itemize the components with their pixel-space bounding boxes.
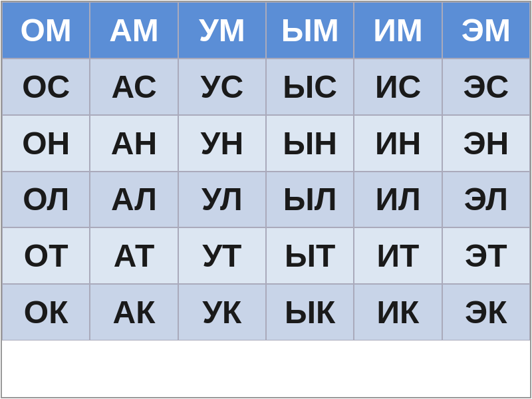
cell-row0-col3: ЫС [266, 59, 354, 115]
cell-row1-col0: ОН [2, 115, 90, 172]
cell-row1-col5: ЭН [442, 115, 530, 172]
cell-row0-col5: ЭС [442, 59, 530, 115]
cell-row2-col1: АЛ [90, 172, 178, 228]
cell-row3-col0: ОТ [2, 227, 90, 284]
cell-row4-col5: ЭК [442, 284, 530, 340]
cell-row2-col4: ИЛ [354, 172, 442, 228]
header-cell-5: ЭМ [442, 2, 530, 59]
cell-row0-col2: УС [178, 59, 266, 115]
header-cell-3: ЫМ [266, 2, 354, 59]
cell-row1-col2: УН [178, 115, 266, 172]
cell-row2-col3: ЫЛ [266, 172, 354, 228]
cell-row0-col0: ОС [2, 59, 90, 115]
cell-row3-col2: УТ [178, 227, 266, 284]
cell-row3-col1: АТ [90, 227, 178, 284]
cell-row2-col0: ОЛ [2, 172, 90, 228]
cell-row0-col4: ИС [354, 59, 442, 115]
cell-row1-col4: ИН [354, 115, 442, 172]
header-cell-1: АМ [90, 2, 178, 59]
cell-row2-col2: УЛ [178, 172, 266, 228]
cell-row3-col5: ЭТ [442, 227, 530, 284]
syllable-grid: ОМАМУМЫМИМЭМОСАСУСЫСИСЭСОНАНУНЫНИНЭНОЛАЛ… [1, 1, 531, 398]
cell-row0-col1: АС [90, 59, 178, 115]
cell-row4-col1: АК [90, 284, 178, 340]
cell-row4-col2: УК [178, 284, 266, 340]
header-cell-0: ОМ [2, 2, 90, 59]
header-cell-2: УМ [178, 2, 266, 59]
cell-row4-col0: ОК [2, 284, 90, 340]
cell-row2-col5: ЭЛ [442, 172, 530, 228]
cell-row1-col1: АН [90, 115, 178, 172]
cell-row3-col3: ЫТ [266, 227, 354, 284]
cell-row1-col3: ЫН [266, 115, 354, 172]
cell-row4-col4: ИК [354, 284, 442, 340]
cell-row3-col4: ИТ [354, 227, 442, 284]
header-cell-4: ИМ [354, 2, 442, 59]
cell-row4-col3: ЫК [266, 284, 354, 340]
